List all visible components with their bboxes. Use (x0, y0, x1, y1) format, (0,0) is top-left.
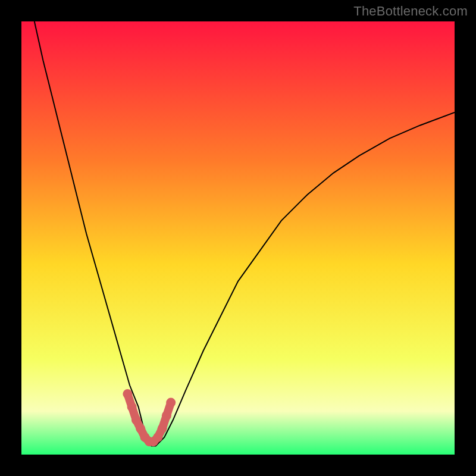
plot-area (21, 21, 455, 455)
highlight-dot (166, 398, 176, 408)
chart-frame: TheBottleneck.com (0, 0, 476, 476)
highlight-dot (136, 424, 145, 433)
gradient-background (21, 21, 455, 455)
highlight-dot (131, 415, 141, 425)
highlight-dot (153, 433, 162, 442)
watermark-label: TheBottleneck.com (353, 4, 468, 19)
highlight-dot (162, 411, 171, 421)
highlight-dot (127, 402, 137, 412)
plot-svg (21, 21, 455, 455)
highlight-dot (158, 424, 167, 433)
highlight-dot (123, 389, 132, 399)
